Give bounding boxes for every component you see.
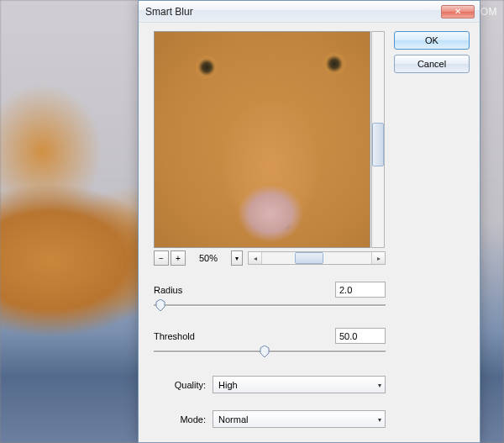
preview-vertical-scrollbar[interactable] — [371, 31, 385, 248]
mode-label: Mode: — [154, 414, 213, 425]
cancel-label: Cancel — [417, 59, 446, 69]
radius-group: Radius — [154, 282, 386, 313]
threshold-slider-thumb[interactable] — [260, 345, 270, 357]
plus-icon: + — [176, 254, 181, 263]
side-column: OK Cancel — [386, 31, 470, 430]
zoom-row: − + 50% ▾ ◂ ▸ — [154, 250, 386, 266]
threshold-slider[interactable] — [154, 345, 386, 359]
threshold-label: Threshold — [154, 331, 195, 341]
zoom-in-button[interactable]: + — [171, 251, 186, 266]
radius-slider[interactable] — [154, 299, 386, 313]
preview-vscroll-thumb[interactable] — [372, 123, 384, 166]
mode-dropdown[interactable]: Normal ▾ — [213, 410, 386, 428]
zoom-value: 50% — [187, 253, 229, 263]
mode-row: Mode: Normal ▾ — [154, 410, 386, 428]
chevron-down-icon: ▾ — [378, 381, 381, 388]
radius-slider-thumb[interactable] — [155, 299, 165, 311]
preview-horizontal-scrollbar[interactable]: ◂ ▸ — [248, 251, 386, 265]
minus-icon: − — [159, 254, 164, 263]
preview-image — [155, 32, 370, 247]
preview-hscroll-thumb[interactable] — [295, 252, 323, 264]
hscroll-left-button[interactable]: ◂ — [249, 252, 262, 264]
threshold-group: Threshold — [154, 328, 386, 359]
chevron-down-icon: ▾ — [235, 255, 239, 262]
chevron-down-icon: ▾ — [378, 415, 381, 423]
close-icon: ✕ — [454, 8, 461, 16]
zoom-out-button[interactable]: − — [154, 251, 169, 266]
window-close-button[interactable]: ✕ — [441, 5, 475, 18]
preview-area[interactable] — [154, 31, 370, 248]
mode-value: Normal — [218, 414, 248, 425]
ok-button[interactable]: OK — [394, 31, 470, 50]
ok-label: OK — [425, 35, 438, 45]
quality-value: High — [218, 380, 238, 390]
dialog-titlebar[interactable]: Smart Blur ✕ — [139, 1, 480, 23]
main-column: − + 50% ▾ ◂ ▸ Radius — [154, 31, 386, 430]
dialog-content: − + 50% ▾ ◂ ▸ Radius — [139, 23, 480, 442]
cancel-button[interactable]: Cancel — [394, 55, 470, 73]
quality-row: Quality: High ▾ — [154, 376, 386, 393]
hscroll-right-button[interactable]: ▸ — [371, 252, 385, 264]
threshold-input[interactable] — [335, 328, 386, 344]
quality-dropdown[interactable]: High ▾ — [213, 376, 386, 393]
radius-label: Radius — [154, 285, 182, 295]
dialog-title: Smart Blur — [145, 6, 439, 18]
zoom-menu-button[interactable]: ▾ — [231, 251, 243, 266]
smart-blur-dialog: Smart Blur ✕ − + 50% — [138, 0, 480, 443]
quality-label: Quality: — [154, 380, 213, 390]
radius-input[interactable] — [335, 282, 386, 298]
